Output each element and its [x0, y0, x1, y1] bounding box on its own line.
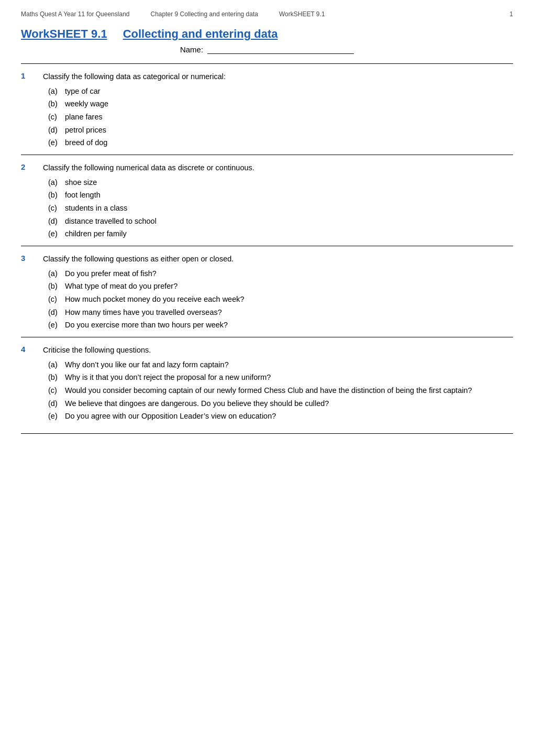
sub-item-text: shoe size [65, 176, 513, 189]
sub-item-label: (b) [48, 371, 60, 384]
worksheet-subtitle: Collecting and entering data [123, 27, 278, 41]
question-number-3: 3 [21, 254, 32, 332]
question-2: 2Classify the following numerical data a… [21, 155, 513, 246]
name-field-row: Name: [21, 45, 513, 54]
sub-item-text: How many times have you travelled overse… [65, 306, 513, 319]
question-intro-2: Classify the following numerical data as… [43, 162, 513, 174]
question-content-3: Classify the following questions as eith… [43, 254, 513, 332]
question-content-2: Classify the following numerical data as… [43, 162, 513, 240]
list-item: (c)Would you consider becoming captain o… [48, 384, 513, 397]
sub-item-text: Why is it that you don’t reject the prop… [65, 371, 513, 384]
sub-item-label: (c) [48, 202, 60, 215]
sub-item-text: Do you prefer meat of fish? [65, 267, 513, 280]
list-item: (c)plane fares [48, 111, 513, 124]
list-item: (b)weekly wage [48, 97, 513, 111]
sub-item-text: foot length [65, 189, 513, 202]
sub-item-label: (a) [48, 267, 60, 280]
sub-item-text: Would you consider becoming captain of o… [65, 384, 513, 397]
sub-item-label: (d) [48, 124, 60, 137]
worksheet-title: WorkSHEET 9.1 [21, 27, 107, 41]
list-item: (e)children per family [48, 227, 513, 240]
question-items-2: (a)shoe size(b)foot length(c)students in… [48, 176, 513, 240]
sub-item-text: Do you agree with our Opposition Leader’… [65, 410, 513, 423]
list-item: (a)Why don’t you like our fat and lazy f… [48, 358, 513, 371]
sub-item-label: (a) [48, 358, 60, 371]
final-border [21, 433, 513, 434]
questions-container: 1Classify the following data as categori… [21, 63, 513, 428]
sub-item-text: plane fares [65, 111, 513, 124]
question-number-1: 1 [21, 71, 32, 149]
sub-item-label: (e) [48, 227, 60, 240]
sub-item-label: (d) [48, 215, 60, 228]
question-1: 1Classify the following data as categori… [21, 63, 513, 155]
question-3: 3Classify the following questions as eit… [21, 246, 513, 337]
header-page-number: 1 [509, 10, 513, 18]
sub-item-text: breed of dog [65, 136, 513, 149]
list-item: (d)petrol prices [48, 124, 513, 137]
sub-item-text: How much pocket money do you receive eac… [65, 293, 513, 306]
list-item: (d)We believe that dingoes are dangerous… [48, 397, 513, 410]
header-chapter: Chapter 9 Collecting and entering data [150, 10, 258, 18]
question-intro-4: Criticise the following questions. [43, 345, 513, 356]
question-content-4: Criticise the following questions.(a)Why… [43, 345, 513, 423]
sub-item-label: (a) [48, 85, 60, 98]
header-worksheet-ref: WorkSHEET 9.1 [279, 10, 325, 18]
sub-item-text: We believe that dingoes are dangerous. D… [65, 397, 513, 410]
sub-item-label: (e) [48, 319, 60, 332]
sub-item-label: (d) [48, 306, 60, 319]
list-item: (e)Do you agree with our Opposition Lead… [48, 410, 513, 423]
question-4: 4Criticise the following questions.(a)Wh… [21, 337, 513, 428]
list-item: (c)students in a class [48, 202, 513, 215]
list-item: (d)How many times have you travelled ove… [48, 306, 513, 319]
list-item: (a)Do you prefer meat of fish? [48, 267, 513, 280]
sub-item-label: (b) [48, 280, 60, 293]
name-underline [207, 46, 354, 54]
sub-item-label: (c) [48, 293, 60, 306]
list-item: (c)How much pocket money do you receive … [48, 293, 513, 306]
list-item: (a)type of car [48, 85, 513, 98]
sub-item-label: (a) [48, 176, 60, 189]
sub-item-text: children per family [65, 227, 513, 240]
sub-item-text: students in a class [65, 202, 513, 215]
list-item: (d)distance travelled to school [48, 215, 513, 228]
list-item: (e)Do you exercise more than two hours p… [48, 319, 513, 332]
list-item: (b)What type of meat do you prefer? [48, 280, 513, 293]
question-number-4: 4 [21, 345, 32, 423]
question-content-1: Classify the following data as categoric… [43, 71, 513, 149]
sub-item-text: Do you exercise more than two hours per … [65, 319, 513, 332]
question-items-3: (a)Do you prefer meat of fish?(b)What ty… [48, 267, 513, 332]
question-intro-3: Classify the following questions as eith… [43, 254, 513, 265]
sub-item-text: weekly wage [65, 97, 513, 111]
question-intro-1: Classify the following data as categoric… [43, 71, 513, 83]
sub-item-text: What type of meat do you prefer? [65, 280, 513, 293]
sub-item-label: (b) [48, 189, 60, 202]
page-header: Maths Quest A Year 11 for Queensland Cha… [21, 10, 513, 22]
list-item: (e)breed of dog [48, 136, 513, 149]
sub-item-text: petrol prices [65, 124, 513, 137]
header-book-title: Maths Quest A Year 11 for Queensland [21, 10, 129, 18]
sub-item-label: (d) [48, 397, 60, 410]
worksheet-title-row: WorkSHEET 9.1 Collecting and entering da… [21, 27, 513, 41]
sub-item-label: (c) [48, 111, 60, 124]
header-left: Maths Quest A Year 11 for Queensland Cha… [21, 10, 325, 18]
name-label: Name: [180, 45, 203, 54]
sub-item-text: type of car [65, 85, 513, 98]
sub-item-label: (e) [48, 410, 60, 423]
list-item: (b)Why is it that you don’t reject the p… [48, 371, 513, 384]
sub-item-label: (e) [48, 136, 60, 149]
sub-item-label: (c) [48, 384, 60, 397]
list-item: (a)shoe size [48, 176, 513, 189]
question-items-1: (a)type of car(b)weekly wage(c)plane far… [48, 85, 513, 149]
list-item: (b)foot length [48, 189, 513, 202]
question-number-2: 2 [21, 162, 32, 240]
question-items-4: (a)Why don’t you like our fat and lazy f… [48, 358, 513, 423]
sub-item-text: distance travelled to school [65, 215, 513, 228]
sub-item-text: Why don’t you like our fat and lazy form… [65, 358, 513, 371]
sub-item-label: (b) [48, 97, 60, 111]
